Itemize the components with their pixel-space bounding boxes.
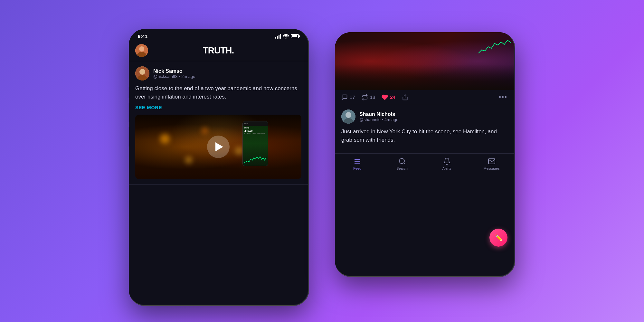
messages-icon <box>488 157 496 165</box>
share-icon <box>402 94 408 100</box>
svg-point-1 <box>139 46 144 52</box>
time-display: 9:41 <box>138 33 147 39</box>
nav-feed-label: Feed <box>353 166 361 170</box>
alerts-icon <box>443 157 451 165</box>
post-text: Getting close to the end of a two year p… <box>135 84 301 101</box>
heart-icon <box>382 94 388 100</box>
feed-icon <box>354 157 361 165</box>
nav-messages-label: Messages <box>483 166 499 170</box>
video-phone-overlay: 56% sting ,149.69 1.24 (30.79%) Past Yea… <box>242 121 268 166</box>
nav-search[interactable]: Search <box>380 157 424 170</box>
nav-alerts-label: Alerts <box>442 166 451 170</box>
app-logo: TRUTH. <box>203 45 234 56</box>
phone-2: 17 18 24 <box>335 32 515 277</box>
post-actions: 17 18 24 <box>335 90 514 104</box>
video-thumbnail[interactable]: 56% sting ,149.69 1.24 (30.79%) Past Yea… <box>135 115 301 179</box>
comment-action[interactable]: 17 <box>341 94 355 100</box>
status-bar-1: 9:41 <box>129 29 308 42</box>
post-header: Nick Samso @nicksam98 • 2m ago <box>135 66 301 80</box>
more-action[interactable]: ••• <box>499 93 507 101</box>
see-more-link[interactable]: SEE MORE <box>135 105 301 110</box>
post-image-top <box>335 32 514 90</box>
comment-count: 17 <box>350 94 355 100</box>
mini-chart <box>244 155 266 164</box>
retruth-count: 18 <box>370 94 375 100</box>
nav-feed[interactable]: Feed <box>335 157 380 170</box>
nav-alerts[interactable]: Alerts <box>424 157 469 170</box>
retruth-action[interactable]: 18 <box>362 94 375 100</box>
post-author-avatar-2 <box>341 109 355 124</box>
svg-line-14 <box>403 163 405 164</box>
status-icons <box>275 34 299 39</box>
battery-icon <box>291 34 299 38</box>
svg-point-13 <box>399 158 404 164</box>
share-action[interactable] <box>402 94 408 100</box>
svg-point-8 <box>346 112 351 118</box>
author-name: Nick Samso <box>153 68 195 74</box>
retruth-icon <box>362 94 368 100</box>
author-name-2: Shaun Nichols <box>359 111 398 117</box>
post-author-avatar <box>135 66 149 80</box>
svg-point-4 <box>139 69 145 75</box>
comment-icon <box>341 94 348 100</box>
post-author-info-2: Shaun Nichols @shaunnie • 4m ago <box>359 111 398 122</box>
feed-post-2: Shaun Nichols @shaunnie • 4m ago Just ar… <box>335 104 514 153</box>
app-header-1: TRUTH. <box>129 42 308 61</box>
compose-fab[interactable]: ✏️ <box>489 229 507 247</box>
bottom-nav: Feed Search Alerts <box>335 153 514 177</box>
stock-chart-overlay <box>478 35 511 55</box>
feed-post-1: Nick Samso @nicksam98 • 2m ago Getting c… <box>129 61 308 185</box>
author-meta-2: @shaunnie • 4m ago <box>359 117 398 122</box>
post-header-2: Shaun Nichols @shaunnie • 4m ago <box>341 109 507 124</box>
like-action[interactable]: 24 <box>382 94 395 100</box>
user-avatar[interactable] <box>135 44 148 57</box>
nav-messages[interactable]: Messages <box>469 157 514 170</box>
search-icon <box>398 157 406 165</box>
play-button[interactable] <box>207 136 230 158</box>
wifi-icon <box>283 34 289 39</box>
phone-1: 9:41 <box>129 29 309 306</box>
author-meta: @nicksam98 • 2m ago <box>153 74 195 79</box>
post-text-2: Just arrived in New York City to hit the… <box>341 128 507 144</box>
like-count: 24 <box>390 94 395 100</box>
nav-search-label: Search <box>396 166 408 170</box>
compose-icon: ✏️ <box>495 234 503 242</box>
post-author-info: Nick Samso @nicksam98 • 2m ago <box>153 68 195 79</box>
signal-icon <box>275 34 281 39</box>
